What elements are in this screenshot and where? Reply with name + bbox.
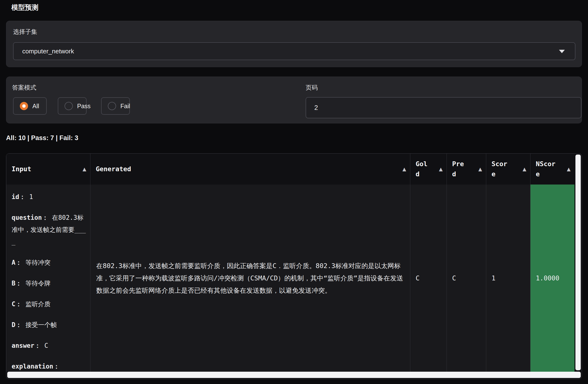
- field-option-b: B： 等待令牌: [12, 277, 86, 289]
- cell-score[interactable]: 1: [486, 185, 530, 372]
- radio-fail-label: Fail: [120, 103, 130, 110]
- field-option-c: C： 监听介质: [12, 298, 86, 310]
- radio-all-label: All: [32, 103, 39, 110]
- filter-panel: 答案模式 All Pass Fail 页码 2: [6, 77, 582, 123]
- field-option-d: D： 接受一个帧: [12, 319, 86, 331]
- generated-text: 在802.3标准中，发送帧之前需要监听介质，因此正确答案是C．监听介质。802.…: [96, 260, 404, 297]
- cell-generated[interactable]: 在802.3标准中，发送帧之前需要监听介质，因此正确答案是C．监听介质。802.…: [90, 185, 410, 372]
- score-value: 1: [492, 274, 495, 282]
- radio-fail[interactable]: Fail: [101, 97, 130, 115]
- pred-value: C: [452, 274, 456, 282]
- column-header-score[interactable]: Score ▲: [486, 154, 530, 185]
- field-id: id： 1: [12, 191, 86, 203]
- vertical-scrollbar[interactable]: [575, 154, 581, 370]
- horizontal-scrollbar[interactable]: [7, 372, 581, 378]
- results-grid: Input ▲ Generated ▲ Gold ▲ Pred ▲ Score …: [6, 154, 574, 372]
- column-header-gold[interactable]: Gold ▲: [410, 154, 447, 185]
- subset-dropdown-value: computer_network: [22, 48, 74, 55]
- page-number-label: 页码: [306, 84, 318, 92]
- stats-summary: All: 10 | Pass: 7 | Fail: 3: [6, 134, 78, 142]
- column-header-label: Input: [12, 164, 31, 174]
- column-header-label: Score: [492, 159, 510, 179]
- radio-pass-label: Pass: [77, 103, 91, 110]
- cell-input[interactable]: id： 1 question： 在802.3标准中，发送帧之前需要____ A：…: [6, 185, 90, 372]
- field-option-a: A： 等待冲突: [12, 256, 86, 269]
- cell-gold[interactable]: C: [410, 185, 447, 372]
- subset-label: 选择子集: [13, 28, 37, 36]
- column-header-label: Pred: [452, 159, 466, 179]
- subset-panel: 选择子集 computer_network: [6, 21, 582, 67]
- cell-nscore[interactable]: 1.0000: [530, 185, 574, 372]
- sort-ascending-icon[interactable]: ▲: [523, 166, 526, 172]
- answer-mode-label: 答案模式: [12, 84, 36, 92]
- radio-unselected-icon: [64, 102, 73, 110]
- column-header-label: Gold: [416, 159, 430, 179]
- page-number-value: 2: [314, 104, 318, 112]
- page-title: 模型预测: [11, 3, 39, 12]
- radio-all[interactable]: All: [13, 97, 47, 115]
- gold-value: C: [416, 274, 420, 282]
- nscore-value: 1.0000: [536, 274, 560, 282]
- sort-ascending-icon[interactable]: ▲: [402, 166, 406, 172]
- column-header-pred[interactable]: Pred ▲: [447, 154, 486, 185]
- subset-dropdown[interactable]: computer_network: [13, 42, 575, 60]
- cell-pred[interactable]: C: [447, 185, 486, 372]
- field-explanation: explanation：: [12, 360, 86, 372]
- radio-unselected-icon: [108, 102, 116, 110]
- field-question: question： 在802.3标准中，发送帧之前需要____: [12, 211, 86, 248]
- sort-ascending-icon[interactable]: ▲: [83, 166, 86, 172]
- field-answer: answer： C: [12, 340, 86, 352]
- column-header-label: NScore: [536, 159, 558, 179]
- column-header-input[interactable]: Input ▲: [6, 154, 90, 185]
- page-number-input[interactable]: 2: [306, 97, 582, 118]
- chevron-down-icon: [559, 50, 565, 53]
- column-header-generated[interactable]: Generated ▲: [90, 154, 410, 185]
- sort-ascending-icon[interactable]: ▲: [439, 166, 443, 172]
- column-header-nscore[interactable]: NScore ▲: [530, 154, 574, 185]
- results-table: Input ▲ Generated ▲ Gold ▲ Pred ▲ Score …: [6, 153, 582, 379]
- column-header-label: Generated: [96, 164, 131, 174]
- radio-pass[interactable]: Pass: [58, 97, 86, 115]
- sort-ascending-icon[interactable]: ▲: [479, 166, 482, 172]
- model-prediction-page: 模型预测 选择子集 computer_network 答案模式 All Pass…: [0, 0, 588, 384]
- sort-ascending-icon[interactable]: ▲: [567, 166, 571, 172]
- radio-selected-icon: [20, 102, 28, 110]
